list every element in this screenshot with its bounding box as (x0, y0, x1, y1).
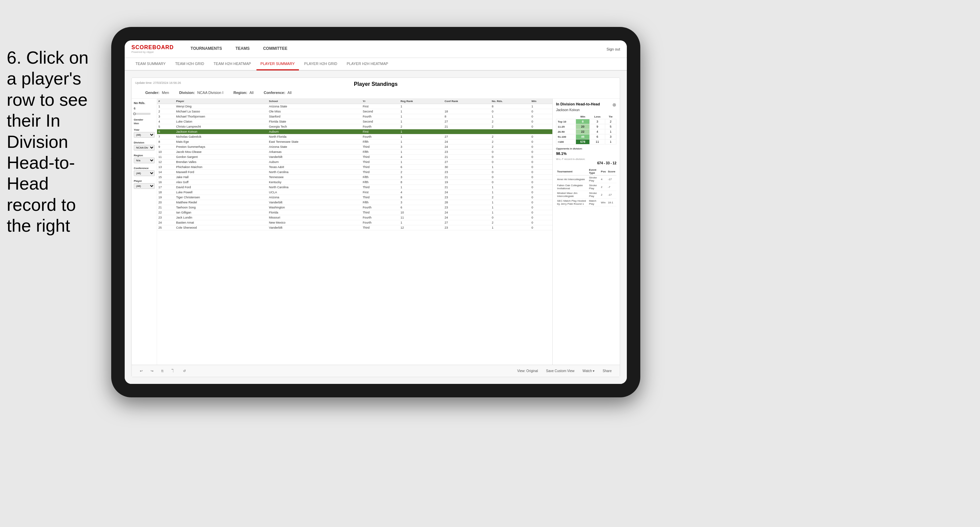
cell-player: Gordon Sargent (175, 155, 268, 160)
table-row[interactable]: 17 David Ford North Carolina Third 1 21 … (157, 185, 552, 190)
subnav-player-summary[interactable]: PLAYER SUMMARY (256, 57, 299, 70)
table-row[interactable]: 18 Luke Powell UCLA First 4 24 1 0 (157, 190, 552, 195)
table-row[interactable]: 7 Nicholas Gabrelcik North Florida Fourt… (157, 134, 552, 140)
table-row[interactable]: 16 Alex Goff Kentucky Fifth 8 19 0 0 (157, 180, 552, 185)
h2h-range-label: 51-100 (557, 134, 576, 140)
cell-rds: 2 (490, 119, 530, 124)
table-row[interactable]: 14 Maxwell Ford North Carolina Third 2 2… (157, 170, 552, 175)
cell-num: 22 (157, 210, 175, 215)
tournament-type: Match Play (588, 199, 600, 206)
table-row[interactable]: 24 Bastien Amat New Mexico Fourth 1 27 2… (157, 220, 552, 225)
cell-reg: 12 (399, 225, 443, 230)
subnav-team-h2h-grid[interactable]: TEAM H2H GRID (171, 57, 208, 70)
tournament-name: Fallen Oak Collegiate Invitational (556, 183, 588, 191)
undo-button[interactable]: ↩ (137, 368, 145, 374)
sidebar-player-select[interactable]: (All) (134, 183, 155, 189)
view-original-button[interactable]: View: Original (515, 368, 541, 374)
copy-button[interactable]: ⎘ (159, 368, 166, 374)
cell-school: North Carolina (267, 185, 361, 190)
table-row[interactable]: 10 Jacob Mou-Olease Arkansas Fifth 1 23 … (157, 149, 552, 155)
cell-win: 0 (530, 205, 552, 210)
cell-conf: 27 (443, 134, 490, 140)
subnav-team-summary[interactable]: TEAM SUMMARY (131, 57, 170, 70)
table-row[interactable]: 23 Jack Lundin Missouri Fourth 11 24 0 0 (157, 215, 552, 220)
table-row[interactable]: 11 Gordon Sargent Vanderbilt Third 4 21 … (157, 155, 552, 160)
subnav-player-h2h-heatmap[interactable]: PLAYER H2H HEATMAP (343, 57, 392, 70)
col-yr: Yr (361, 98, 399, 104)
cell-player: Brendan Valles (175, 160, 268, 165)
sign-out-button[interactable]: Sign out (606, 47, 620, 51)
cell-rds: 2 (490, 220, 530, 225)
cell-rds: 0 (490, 160, 530, 165)
cell-conf (443, 129, 490, 134)
tournament-header-row: Tournament Event Type Pos Score (556, 168, 616, 175)
cell-win: 0 (530, 180, 552, 185)
table-row[interactable]: 2 Michael La Sasso Ole Miss Second 1 18 … (157, 109, 552, 114)
tournament-name: Amer Ari Intercollegiate (556, 175, 588, 183)
refresh-button[interactable]: ↺ (180, 368, 188, 374)
nav-teams[interactable]: TEAMS (229, 40, 256, 58)
save-custom-button[interactable]: Save Custom View (543, 368, 577, 374)
watch-button[interactable]: Watch ▾ (580, 368, 598, 374)
sidebar-year-select[interactable]: (All) (134, 132, 155, 138)
sidebar-gender-label: Gender (134, 118, 155, 121)
nav-committee[interactable]: COMMITTEE (256, 40, 294, 58)
cell-school: Arkansas (267, 149, 361, 155)
cell-conf: 24 (443, 144, 490, 149)
h2h-close-button[interactable]: ⊗ (612, 102, 616, 108)
table-row[interactable]: 3 Michael Thorbjornsen Stanford Fourth 1… (157, 114, 552, 119)
redo-button[interactable]: ↪ (148, 368, 156, 374)
cell-yr: Fourth (361, 114, 399, 119)
h2h-player-name: Jackson Koivun (556, 108, 616, 112)
table-row[interactable]: 1 Wenyi Ding Arizona State First 1 8 1 (157, 104, 552, 109)
subnav-player-h2h-grid[interactable]: PLAYER H2H GRID (300, 57, 341, 70)
cell-rds: 1 (490, 200, 530, 205)
h2h-row: 26-50 22 4 1 (557, 129, 616, 134)
paste-button[interactable]: ⏋ (169, 368, 178, 374)
cell-num: 9 (157, 144, 175, 149)
tablet-screen: SCOREBOARD Powered by clippd TOURNAMENTS… (125, 40, 627, 384)
cell-win: 0 (530, 155, 552, 160)
h2h-row: 51-100 46 6 3 (557, 134, 616, 140)
table-row[interactable]: 4 Luke Claton Florida State Second 1 27 … (157, 119, 552, 124)
table-row[interactable]: 12 Brendan Valles Auburn Third 1 27 0 0 (157, 160, 552, 165)
cell-yr: Fifth (361, 149, 399, 155)
col-player: Player (175, 98, 268, 104)
cell-player: David Ford (175, 185, 268, 190)
sidebar-division-select[interactable]: NCAA Division I (134, 145, 155, 151)
cell-player: Jake Hall (175, 175, 268, 180)
sidebar-region-select[interactable]: N/a (134, 157, 155, 163)
cell-reg: 3 (399, 175, 443, 180)
region-filter-group: Region N/a (134, 154, 155, 163)
opponents-row: Opponents in division: (556, 147, 616, 150)
cell-player: Jackson Koivun (175, 129, 268, 134)
table-row[interactable]: 8 Mats Ege East Tennessee State Fifth 1 … (157, 140, 552, 144)
cell-school: Arizona (267, 195, 361, 200)
year-filter-group: Year (All) (134, 128, 155, 138)
table-row[interactable]: 20 Matthew Riedel Vanderbilt Fifth 3 28 … (157, 200, 552, 205)
cell-reg: 1 (399, 160, 443, 165)
share-button[interactable]: Share (600, 368, 614, 374)
table-row[interactable]: 5 Christo Lamprecht Georgia Tech Fourth … (157, 124, 552, 129)
cell-win: 0 (530, 144, 552, 149)
col-rds: No. Rds. (490, 98, 530, 104)
table-row[interactable]: 22 Ian Gilligan Florida Third 10 24 1 0 (157, 210, 552, 215)
sidebar-conference-select[interactable]: (All) (134, 170, 155, 176)
cell-reg: 1 (399, 109, 443, 114)
h2h-tie-cell: 2 (605, 119, 616, 124)
cell-rds: 2 (490, 134, 530, 140)
table-row[interactable]: 9 Preston Summerhays Arizona State Third… (157, 144, 552, 149)
table-row[interactable]: 19 Tiger Christensen Arizona Third 8 23 … (157, 195, 552, 200)
tournament-type: Stroke Play (588, 175, 600, 183)
table-row[interactable]: 25 Cole Sherwood Vanderbilt Third 12 23 … (157, 225, 552, 230)
cell-yr: Third (361, 195, 399, 200)
table-row[interactable]: 13 Phichaksn Maichon Texas A&M Third 6 3… (157, 165, 552, 170)
cell-school: Florida (267, 210, 361, 215)
table-row[interactable]: 6 Jackson Koivun Auburn First 1 (157, 129, 552, 134)
table-row[interactable]: 21 Taehoon Song Washington Fourth 6 23 1… (157, 205, 552, 210)
cell-player: Jacob Mou-Olease (175, 149, 268, 155)
subnav-team-h2h-heatmap[interactable]: TEAM H2H HEATMAP (210, 57, 255, 70)
cell-win: 0 (530, 170, 552, 175)
nav-tournaments[interactable]: TOURNAMENTS (184, 40, 229, 58)
table-row[interactable]: 15 Jake Hall Tennessee Fifth 3 21 0 0 (157, 175, 552, 180)
